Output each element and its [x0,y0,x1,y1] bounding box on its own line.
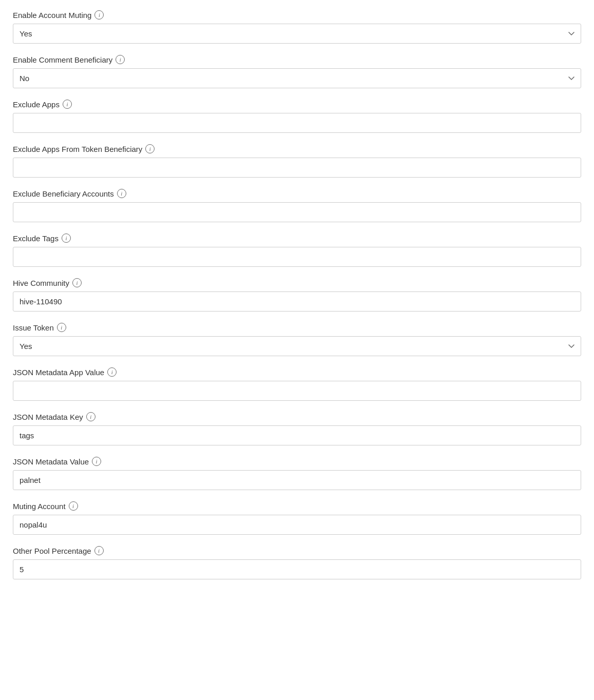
label-exclude-beneficiary-accounts: Exclude Beneficiary Accountsi [13,189,581,198]
label-text-json-metadata-app-value: JSON Metadata App Value [13,368,104,377]
label-exclude-apps: Exclude Appsi [13,100,581,109]
select-enable-comment-beneficiary[interactable]: YesNo [13,68,581,88]
input-exclude-apps-from-token-beneficiary[interactable] [13,158,581,178]
label-text-muting-account: Muting Account [13,502,66,511]
info-icon-exclude-beneficiary-accounts[interactable]: i [117,189,126,198]
label-exclude-tags: Exclude Tagsi [13,234,581,243]
input-exclude-apps[interactable] [13,113,581,133]
info-icon-issue-token[interactable]: i [57,323,66,332]
label-text-json-metadata-key: JSON Metadata Key [13,413,83,421]
label-hive-community: Hive Communityi [13,278,581,287]
input-json-metadata-app-value[interactable] [13,381,581,401]
label-json-metadata-value: JSON Metadata Valuei [13,457,581,466]
input-exclude-tags[interactable] [13,247,581,267]
label-text-exclude-beneficiary-accounts: Exclude Beneficiary Accounts [13,189,114,198]
field-group-hive-community: Hive Communityi [13,278,581,312]
label-text-json-metadata-value: JSON Metadata Value [13,457,89,466]
field-group-exclude-tags: Exclude Tagsi [13,234,581,267]
info-icon-hive-community[interactable]: i [72,278,82,287]
label-text-enable-account-muting: Enable Account Muting [13,11,91,20]
info-icon-exclude-apps[interactable]: i [63,100,72,109]
input-json-metadata-key[interactable] [13,425,581,445]
input-json-metadata-value[interactable] [13,470,581,490]
field-group-muting-account: Muting Accounti [13,501,581,535]
info-icon-muting-account[interactable]: i [69,501,78,511]
label-text-other-pool-percentage: Other Pool Percentage [13,547,91,555]
form-container: Enable Account MutingiYesNoEnable Commen… [13,10,581,579]
label-text-exclude-apps-from-token-beneficiary: Exclude Apps From Token Beneficiary [13,145,142,153]
info-icon-exclude-apps-from-token-beneficiary[interactable]: i [145,144,155,153]
label-enable-comment-beneficiary: Enable Comment Beneficiaryi [13,55,581,64]
info-icon-json-metadata-key[interactable]: i [86,412,95,421]
label-exclude-apps-from-token-beneficiary: Exclude Apps From Token Beneficiaryi [13,144,581,153]
input-other-pool-percentage[interactable] [13,559,581,579]
input-exclude-beneficiary-accounts[interactable] [13,202,581,222]
field-group-exclude-apps: Exclude Appsi [13,100,581,133]
info-icon-enable-account-muting[interactable]: i [94,10,104,20]
label-issue-token: Issue Tokeni [13,323,581,332]
label-json-metadata-key: JSON Metadata Keyi [13,412,581,421]
field-group-other-pool-percentage: Other Pool Percentagei [13,546,581,579]
field-group-exclude-apps-from-token-beneficiary: Exclude Apps From Token Beneficiaryi [13,144,581,178]
select-issue-token[interactable]: YesNo [13,336,581,356]
select-enable-account-muting[interactable]: YesNo [13,24,581,44]
label-enable-account-muting: Enable Account Mutingi [13,10,581,20]
label-other-pool-percentage: Other Pool Percentagei [13,546,581,555]
info-icon-enable-comment-beneficiary[interactable]: i [116,55,125,64]
info-icon-exclude-tags[interactable]: i [62,234,71,243]
info-icon-json-metadata-app-value[interactable]: i [107,367,117,377]
label-text-enable-comment-beneficiary: Enable Comment Beneficiary [13,55,112,64]
field-group-json-metadata-key: JSON Metadata Keyi [13,412,581,445]
field-group-json-metadata-value: JSON Metadata Valuei [13,457,581,490]
label-json-metadata-app-value: JSON Metadata App Valuei [13,367,581,377]
field-group-enable-account-muting: Enable Account MutingiYesNo [13,10,581,44]
label-text-exclude-tags: Exclude Tags [13,234,59,243]
field-group-enable-comment-beneficiary: Enable Comment BeneficiaryiYesNo [13,55,581,88]
input-hive-community[interactable] [13,291,581,312]
info-icon-json-metadata-value[interactable]: i [92,457,101,466]
label-text-exclude-apps: Exclude Apps [13,100,60,109]
label-text-hive-community: Hive Community [13,279,69,287]
input-muting-account[interactable] [13,515,581,535]
field-group-exclude-beneficiary-accounts: Exclude Beneficiary Accountsi [13,189,581,222]
label-text-issue-token: Issue Token [13,323,54,332]
field-group-json-metadata-app-value: JSON Metadata App Valuei [13,367,581,401]
info-icon-other-pool-percentage[interactable]: i [94,546,104,555]
field-group-issue-token: Issue TokeniYesNo [13,323,581,356]
label-muting-account: Muting Accounti [13,501,581,511]
